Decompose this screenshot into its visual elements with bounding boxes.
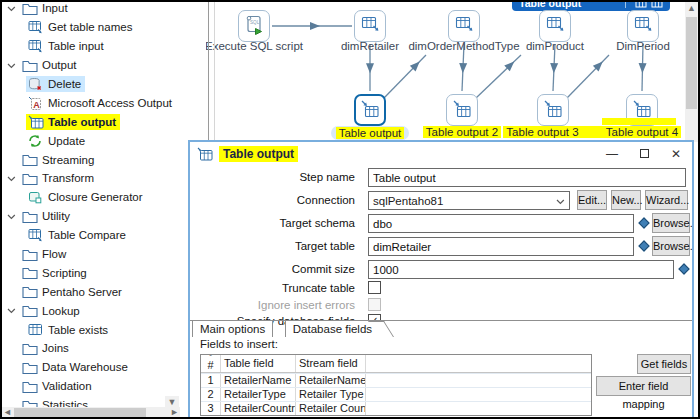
- table-row[interactable]: 2RetailerTypeRetailer Type: [201, 387, 591, 401]
- browse-schema-button[interactable]: Browse...: [652, 213, 690, 233]
- tree-label: Utility: [42, 210, 70, 222]
- wizard-connection-button[interactable]: Wizard...: [645, 190, 688, 210]
- tree-item-update[interactable]: Update: [2, 131, 206, 150]
- tree-horizontal-scrollbar[interactable]: ◄ ►: [2, 407, 180, 418]
- fields-to-insert-table[interactable]: ˆ#Table fieldStream field1RetailerNameRe…: [200, 354, 592, 416]
- step-execute-sql-script[interactable]: SQL: [238, 10, 270, 42]
- tree-item-microsoft-access-output[interactable]: AMicrosoft Access Output: [2, 93, 206, 112]
- minimize-button[interactable]: —: [596, 142, 628, 166]
- tree-folder-validation[interactable]: Validation: [2, 377, 206, 396]
- tree-item-table-output[interactable]: Table output: [2, 112, 206, 131]
- tree-folder-scripting[interactable]: Scripting: [2, 263, 206, 282]
- step-dimproduct[interactable]: [539, 10, 571, 42]
- tree-folder-data-warehouse[interactable]: Data Warehouse: [2, 358, 206, 377]
- chevron-down-icon[interactable]: [7, 213, 20, 220]
- tree-item-table-input[interactable]: Table input: [2, 37, 206, 56]
- table-cell[interactable]: 2: [201, 388, 220, 401]
- tree-folder-pentaho-server[interactable]: Pentaho Server: [2, 282, 206, 301]
- table-cell[interactable]: 3: [201, 402, 220, 415]
- target-schema-input[interactable]: [368, 214, 634, 233]
- column-header-num[interactable]: ˆ#: [201, 355, 220, 372]
- new-connection-button[interactable]: New...: [611, 190, 641, 210]
- step-dimretailer[interactable]: [354, 10, 386, 42]
- tree-folder-streaming[interactable]: Streaming: [2, 150, 206, 169]
- maximize-button[interactable]: [628, 142, 660, 166]
- table-row[interactable]: 1RetailerNameRetailerName: [201, 373, 591, 387]
- target-table-label: Target table: [190, 237, 362, 256]
- table-arrow-icon: [28, 228, 45, 242]
- step-name-input[interactable]: [368, 168, 686, 187]
- tree-folder-input[interactable]: Input: [2, 0, 206, 18]
- chevron-down-icon[interactable]: [7, 175, 20, 182]
- step-dimperiod[interactable]: [627, 10, 659, 42]
- tree-item-delete[interactable]: Delete: [2, 75, 206, 94]
- tree-folder-joins[interactable]: Joins: [2, 339, 206, 358]
- sql-script-icon: SQL: [239, 10, 269, 42]
- scroll-up-arrow[interactable]: ▲: [685, 2, 698, 15]
- table-cell[interactable]: RetailerType: [220, 388, 295, 401]
- column-header-stream-field[interactable]: Stream field: [295, 355, 365, 372]
- table-cell[interactable]: Retailer Type: [295, 388, 365, 401]
- table-cell[interactable]: [365, 402, 591, 415]
- connection-select[interactable]: sqlPentaho81: [368, 191, 570, 210]
- tree-item-table-exists[interactable]: Table exists: [2, 320, 206, 339]
- table-cell[interactable]: [365, 374, 591, 387]
- tree-folder-output[interactable]: Output: [2, 56, 206, 75]
- update-icon: [28, 134, 45, 148]
- get-fields-button[interactable]: Get fields: [637, 354, 691, 374]
- table-cell[interactable]: RetailerName: [295, 374, 365, 387]
- tree-folder-transform[interactable]: Transform: [2, 169, 206, 188]
- tree-label: Microsoft Access Output: [48, 97, 172, 109]
- close-button[interactable]: ✕: [660, 142, 692, 166]
- table-grid-icon[interactable]: [651, 0, 663, 8]
- table-cell[interactable]: 1: [201, 374, 220, 387]
- step-dimordermethodtype[interactable]: [448, 10, 480, 42]
- step-table-output-3[interactable]: [537, 94, 569, 126]
- table-cell[interactable]: [365, 388, 591, 401]
- browse-table-button[interactable]: Browse...: [652, 236, 690, 256]
- table-cell[interactable]: RetailerName: [220, 374, 295, 387]
- truncate-table-checkbox[interactable]: [368, 281, 381, 294]
- table-cell[interactable]: Retailer Country: [295, 402, 365, 415]
- tree-folder-flow[interactable]: Flow: [2, 245, 206, 264]
- highlight-mark: [602, 118, 676, 125]
- variable-diamond-icon: [678, 263, 689, 274]
- chevron-down-icon[interactable]: [7, 5, 20, 12]
- table-grid-icon[interactable]: [635, 0, 647, 8]
- scroll-left-arrow[interactable]: ◄: [2, 407, 13, 418]
- scrollbar-thumb[interactable]: [686, 17, 697, 109]
- chevron-down-icon[interactable]: [7, 307, 20, 314]
- tree-item-get-table-names[interactable]: Get table names: [2, 18, 206, 37]
- table-arrow-icon: [28, 20, 45, 34]
- tree-item-table-compare[interactable]: Table Compare: [2, 226, 206, 245]
- folder-icon: [22, 266, 39, 279]
- tree-item-closure-generator[interactable]: Closure Generator: [2, 188, 206, 207]
- edit-connection-button[interactable]: Edit...: [577, 190, 607, 210]
- step-table-output[interactable]: [354, 94, 386, 126]
- scroll-right-arrow[interactable]: ►: [169, 407, 180, 418]
- tree-label: Update: [48, 135, 85, 147]
- table-cell[interactable]: RetailerCountry: [220, 402, 295, 415]
- tab-main-options[interactable]: Main options: [192, 320, 273, 337]
- target-table-input[interactable]: [368, 237, 634, 256]
- column-header-table-field[interactable]: Table field: [220, 355, 295, 372]
- table-row[interactable]: 3RetailerCountryRetailer Country: [201, 401, 591, 415]
- step-table-output-2[interactable]: [446, 94, 478, 126]
- step-label-text: dimRetailer: [341, 40, 399, 52]
- step-label-table-output-4[interactable]: Table output 4: [572, 126, 700, 138]
- divider: [625, 0, 626, 8]
- folder-icon: [22, 2, 39, 15]
- tab-slant: [368, 321, 394, 337]
- ignore-insert-errors-checkbox: [368, 298, 381, 311]
- tab-database-fields[interactable]: Database fields: [285, 320, 380, 337]
- chevron-down-icon[interactable]: [7, 62, 20, 69]
- step-label-dimperiod[interactable]: DimPeriod: [573, 40, 700, 52]
- enter-field-mapping-button[interactable]: Enter field mapping: [596, 376, 691, 396]
- tree-folder-lookup[interactable]: Lookup: [2, 301, 206, 320]
- table-arrow-icon: [28, 39, 45, 53]
- tree-folder-utility[interactable]: Utility: [2, 207, 206, 226]
- scrollbar-thumb[interactable]: [14, 408, 146, 417]
- table-output-icon: [197, 147, 213, 161]
- tree-vertical-scrollbar[interactable]: ▲: [685, 2, 698, 142]
- commit-size-input[interactable]: [368, 260, 674, 279]
